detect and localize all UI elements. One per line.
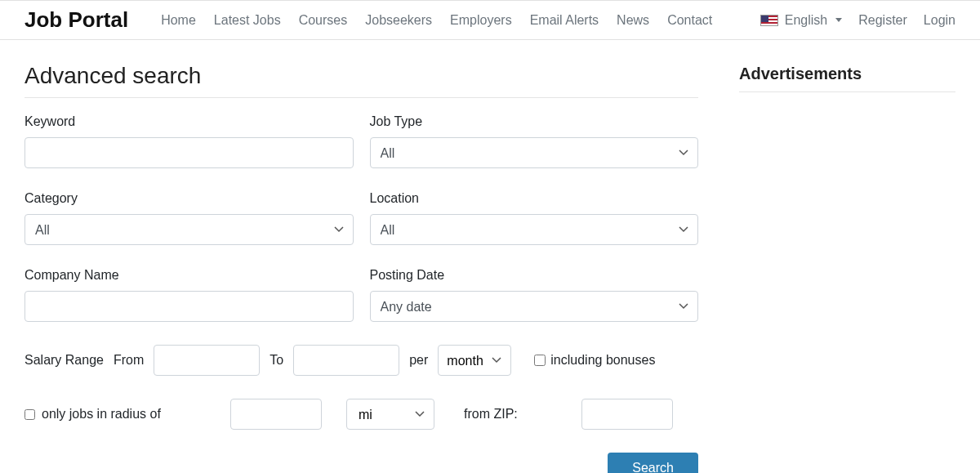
top-navbar: Job Portal Home Latest Jobs Courses Jobs… (0, 0, 980, 40)
salary-row: Salary Range From To per month including… (24, 345, 698, 376)
page-title: Advanced search (24, 63, 698, 89)
brand-logo[interactable]: Job Portal (24, 7, 128, 33)
bonuses-label: including bonuses (550, 353, 655, 368)
salary-per-label: per (409, 353, 428, 368)
radius-distance-input[interactable] (230, 399, 322, 430)
main-content: Advanced search Keyword Job Type All Cat… (24, 40, 698, 473)
jobtype-select[interactable]: All (370, 137, 699, 168)
salary-range-label: Salary Range (24, 353, 104, 368)
search-button[interactable]: Search (608, 453, 698, 473)
flag-us-icon (760, 15, 778, 26)
nav-secondary: English Register Login (760, 13, 956, 28)
nav-register[interactable]: Register (858, 13, 907, 28)
nav-primary: Home Latest Jobs Courses Jobseekers Empl… (161, 13, 712, 28)
keyword-input[interactable] (24, 137, 354, 168)
category-select[interactable]: All (24, 214, 354, 245)
nav-email-alerts[interactable]: Email Alerts (530, 13, 599, 28)
nav-jobseekers[interactable]: Jobseekers (365, 13, 432, 28)
posting-date-label: Posting Date (370, 268, 699, 283)
nav-login[interactable]: Login (924, 13, 956, 28)
nav-news[interactable]: News (617, 13, 649, 28)
location-select[interactable]: All (370, 214, 699, 245)
nav-employers[interactable]: Employers (450, 13, 512, 28)
radius-checkbox[interactable] (24, 409, 35, 420)
from-zip-label: from ZIP: (464, 407, 518, 422)
sidebar: Advertisements (739, 40, 956, 473)
category-label: Category (24, 191, 354, 206)
radius-row: only jobs in radius of mi from ZIP: (24, 399, 698, 430)
radius-label: only jobs in radius of (42, 407, 161, 422)
salary-from-label: From (114, 353, 144, 368)
location-label: Location (370, 191, 699, 206)
nav-courses[interactable]: Courses (299, 13, 348, 28)
divider (739, 91, 956, 92)
bonuses-wrap[interactable]: including bonuses (534, 353, 655, 368)
salary-per-select[interactable]: month (438, 345, 511, 376)
language-label: English (785, 13, 827, 28)
company-label: Company Name (24, 268, 354, 283)
divider (24, 97, 698, 98)
zip-input[interactable] (581, 399, 673, 430)
salary-to-label: To (270, 353, 283, 368)
nav-latest-jobs[interactable]: Latest Jobs (214, 13, 281, 28)
salary-from-input[interactable] (154, 345, 260, 376)
radius-unit-select[interactable]: mi (346, 399, 434, 430)
salary-to-input[interactable] (293, 345, 399, 376)
chevron-down-icon (835, 18, 842, 22)
posting-date-select[interactable]: Any date (370, 291, 699, 322)
company-input[interactable] (24, 291, 354, 322)
nav-contact[interactable]: Contact (667, 13, 712, 28)
jobtype-label: Job Type (370, 114, 699, 129)
bonuses-checkbox[interactable] (534, 355, 546, 366)
keyword-label: Keyword (24, 114, 354, 129)
nav-home[interactable]: Home (161, 13, 196, 28)
radius-wrap[interactable]: only jobs in radius of (24, 407, 196, 422)
ads-title: Advertisements (739, 65, 956, 83)
language-selector[interactable]: English (760, 13, 842, 28)
